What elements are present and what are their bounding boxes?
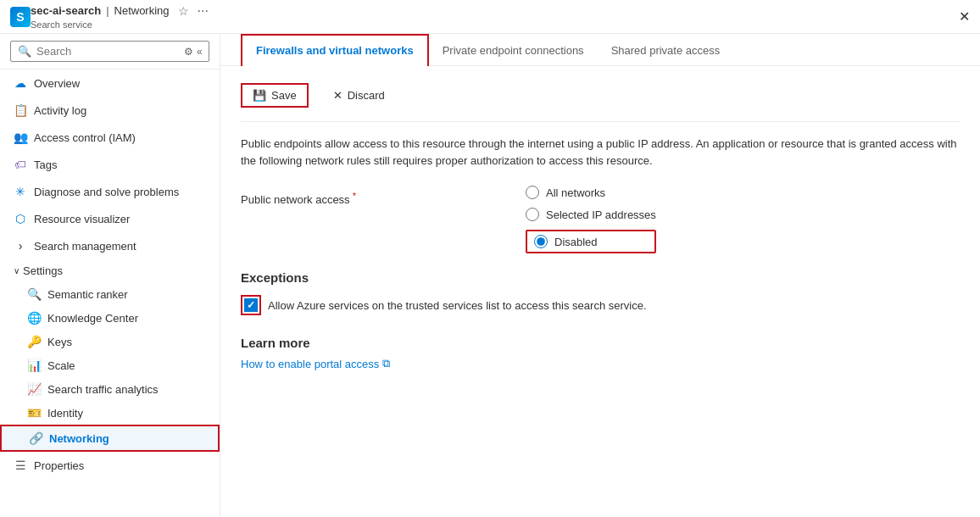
search-box-icons: ⚙ «	[184, 46, 203, 58]
tabs-bar: Firewalls and virtual networks Private e…	[220, 34, 980, 66]
required-asterisk: *	[350, 191, 356, 201]
access-label: Access control (IAM)	[34, 131, 136, 144]
search-mgmt-chevron: ›	[14, 239, 27, 253]
learn-more-title: Learn more	[241, 336, 960, 350]
tab-private-endpoint[interactable]: Private endpoint connections	[429, 36, 598, 65]
sidebar-item-identity[interactable]: 🎫 Identity	[0, 401, 220, 425]
sidebar-item-tags[interactable]: 🏷 Tags	[0, 151, 220, 178]
properties-label: Properties	[34, 459, 84, 472]
sidebar-item-semantic-ranker[interactable]: 🔍 Semantic ranker	[0, 282, 220, 306]
radio-disabled-label: Disabled	[554, 236, 598, 248]
resource-icon: ⬡	[14, 212, 27, 225]
tags-label: Tags	[34, 158, 57, 171]
radio-selected-ip-input[interactable]	[526, 208, 539, 221]
diagnose-icon: ✳	[14, 185, 27, 198]
favorite-star[interactable]: ☆	[178, 4, 189, 19]
sidebar-nav: ☁ Overview 📋 Activity log 👥 Access contr…	[0, 69, 220, 517]
sidebar-item-activity-log[interactable]: 📋 Activity log	[0, 97, 220, 124]
sidebar-item-resource-visualizer[interactable]: ⬡ Resource visualizer	[0, 205, 220, 232]
search-input[interactable]	[36, 45, 179, 58]
sidebar: 🔍 ⚙ « ☁ Overview 📋 Activity log 👥	[0, 34, 220, 517]
exceptions-title: Exceptions	[241, 270, 960, 285]
app-icon: S	[10, 7, 31, 27]
settings-chevron: ∨	[14, 266, 19, 275]
radio-selected-ip: Selected IP addresses	[526, 208, 656, 221]
portal-access-link[interactable]: How to enable portal access ⧉	[241, 357, 960, 370]
main-content: Firewalls and virtual networks Private e…	[220, 34, 980, 517]
scale-icon: 📊	[27, 359, 41, 372]
search-icon: 🔍	[18, 45, 31, 58]
exceptions-section: Exceptions ✓ Allow Azure services on the…	[241, 270, 960, 315]
radio-all-networks: All networks	[526, 186, 656, 199]
collapse-icon[interactable]: «	[197, 46, 203, 58]
tab-firewalls[interactable]: Firewalls and virtual networks	[241, 34, 429, 66]
activity-icon: 📋	[14, 103, 27, 117]
toolbar-divider	[241, 121, 960, 122]
sidebar-item-scale[interactable]: 📊 Scale	[0, 353, 220, 377]
service-subtitle: Search service	[31, 19, 959, 31]
networking-label: Networking	[49, 432, 109, 445]
checkbox-wrapper: ✓	[241, 295, 261, 315]
save-icon: 💾	[253, 89, 266, 102]
identity-icon: 🎫	[27, 406, 41, 420]
radio-disabled: Disabled	[526, 230, 656, 253]
traffic-icon: 📈	[27, 382, 41, 396]
title-divider: |	[106, 4, 109, 18]
sidebar-item-keys[interactable]: 🔑 Keys	[0, 330, 220, 353]
sidebar-item-networking[interactable]: 🔗 Networking	[0, 425, 220, 452]
learn-more-section: Learn more How to enable portal access ⧉	[241, 336, 960, 370]
sidebar-item-search-management[interactable]: › Search management	[0, 232, 220, 259]
sidebar-item-access-control[interactable]: 👥 Access control (IAM)	[0, 124, 220, 151]
toolbar: 💾 Save ✕ Discard	[241, 83, 960, 108]
portal-access-label: How to enable portal access	[241, 358, 379, 370]
overview-icon: ☁	[14, 76, 27, 90]
sidebar-item-knowledge-center[interactable]: 🌐 Knowledge Center	[0, 306, 220, 330]
knowledge-label: Knowledge Center	[47, 312, 138, 325]
overview-label: Overview	[34, 77, 80, 90]
sidebar-section-settings[interactable]: ∨ Settings	[0, 259, 220, 282]
title-bar: S sec-ai-search|Networking☆···Search ser…	[0, 0, 980, 34]
radio-disabled-input[interactable]	[534, 235, 548, 248]
app-body: 🔍 ⚙ « ☁ Overview 📋 Activity log 👥	[0, 34, 980, 517]
sidebar-item-search-traffic[interactable]: 📈 Search traffic analytics	[0, 377, 220, 401]
sidebar-item-properties[interactable]: ☰ Properties	[0, 452, 220, 479]
networking-icon: 🔗	[29, 431, 42, 445]
azure-services-label: Allow Azure services on the trusted serv…	[268, 299, 647, 312]
service-name: sec-ai-search	[31, 4, 101, 18]
checkbox-checked: ✓	[244, 298, 258, 312]
search-mgmt-label: Search management	[34, 240, 136, 253]
close-button[interactable]: ✕	[959, 8, 970, 25]
resource-label: Resource visualizer	[34, 213, 130, 225]
sidebar-item-diagnose[interactable]: ✳ Diagnose and solve problems	[0, 178, 220, 205]
content-area: 💾 Save ✕ Discard Public endpoints allow …	[220, 66, 980, 517]
diagnose-label: Diagnose and solve problems	[34, 186, 179, 198]
filter-icon[interactable]: ⚙	[184, 46, 193, 58]
sidebar-search-area: 🔍 ⚙ «	[0, 34, 220, 69]
page-name: Networking	[114, 4, 170, 18]
network-access-section: Public network access * All networks Sel…	[241, 186, 960, 253]
exception-item-azure: ✓ Allow Azure services on the trusted se…	[241, 295, 960, 315]
network-access-label: Public network access *	[241, 191, 376, 206]
semantic-icon: 🔍	[27, 287, 41, 301]
discard-label: Discard	[348, 89, 385, 102]
knowledge-icon: 🌐	[27, 311, 41, 325]
checkmark-icon: ✓	[247, 299, 255, 311]
discard-button[interactable]: ✕ Discard	[322, 84, 396, 107]
more-options[interactable]: ···	[198, 3, 209, 19]
activity-label: Activity log	[34, 104, 86, 117]
keys-icon: 🔑	[27, 335, 41, 348]
radio-all-networks-label: All networks	[546, 186, 605, 199]
sidebar-item-overview[interactable]: ☁ Overview	[0, 69, 220, 97]
scale-label: Scale	[47, 359, 75, 372]
description-text: Public endpoints allow access to this re…	[241, 136, 960, 169]
tags-icon: 🏷	[14, 158, 27, 171]
traffic-label: Search traffic analytics	[47, 383, 159, 396]
identity-label: Identity	[47, 407, 83, 420]
tab-shared-private[interactable]: Shared private access	[598, 36, 734, 65]
save-button[interactable]: 💾 Save	[241, 83, 309, 108]
properties-icon: ☰	[14, 459, 27, 472]
search-box[interactable]: 🔍 ⚙ «	[10, 41, 209, 62]
radio-group: All networks Selected IP addresses Disab…	[526, 186, 656, 253]
access-icon: 👥	[14, 131, 27, 144]
radio-all-networks-input[interactable]	[526, 186, 539, 199]
